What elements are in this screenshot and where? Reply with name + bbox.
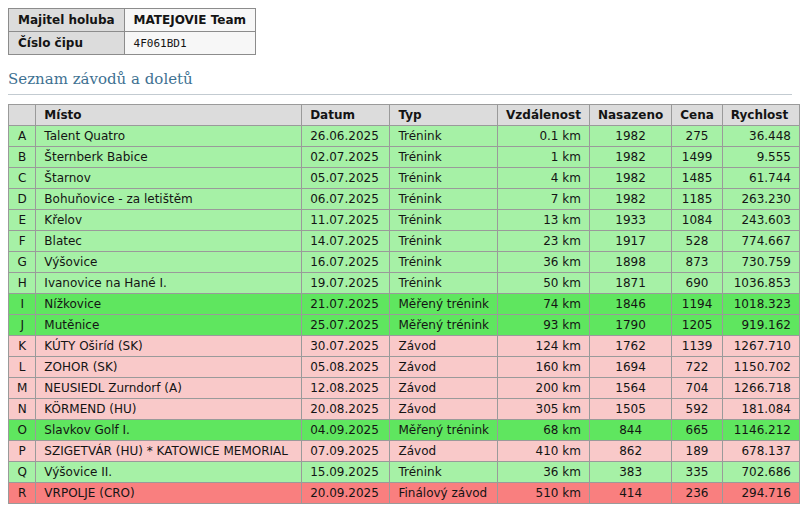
header-letter — [9, 105, 36, 126]
cell-nasazeno: 1762 — [589, 336, 671, 357]
cell-datum: 21.07.2025 — [302, 294, 390, 315]
row-letter: K — [9, 336, 36, 357]
owner-row: Majitel holuba MATEJOVIE Team — [9, 9, 256, 32]
cell-rychlost: 919.162 — [722, 315, 799, 336]
cell-vzdalenost: 68 km — [498, 420, 590, 441]
cell-datum: 25.07.2025 — [302, 315, 390, 336]
cell-typ: Trénink — [390, 462, 498, 483]
owner-info-table: Majitel holuba MATEJOVIE Team Číslo čipu… — [8, 8, 256, 55]
cell-nasazeno: 1982 — [589, 126, 671, 147]
cell-typ: Trénink — [390, 168, 498, 189]
cell-datum: 05.08.2025 — [302, 357, 390, 378]
cell-nasazeno: 1982 — [589, 189, 671, 210]
cell-vzdalenost: 36 km — [498, 252, 590, 273]
row-letter: C — [9, 168, 36, 189]
cell-rychlost: 181.084 — [722, 399, 799, 420]
table-row: LZOHOR (SK)05.08.2025Závod160 km16947221… — [9, 357, 800, 378]
cell-nasazeno: 1898 — [589, 252, 671, 273]
cell-datum: 05.07.2025 — [302, 168, 390, 189]
cell-nasazeno: 1694 — [589, 357, 671, 378]
cell-cena: 704 — [672, 378, 723, 399]
cell-datum: 02.07.2025 — [302, 147, 390, 168]
cell-datum: 06.07.2025 — [302, 189, 390, 210]
table-row: FBlatec14.07.2025Trénink23 km1917528774.… — [9, 231, 800, 252]
cell-typ: Trénink — [390, 210, 498, 231]
header-typ: Typ — [390, 105, 498, 126]
cell-rychlost: 243.603 — [722, 210, 799, 231]
cell-vzdalenost: 510 km — [498, 483, 590, 504]
cell-datum: 19.07.2025 — [302, 273, 390, 294]
cell-rychlost: 9.555 — [722, 147, 799, 168]
cell-typ: Trénink — [390, 126, 498, 147]
cell-rychlost: 1146.212 — [722, 420, 799, 441]
cell-rychlost: 294.716 — [722, 483, 799, 504]
row-letter: J — [9, 315, 36, 336]
cell-typ: Závod — [390, 357, 498, 378]
cell-vzdalenost: 23 km — [498, 231, 590, 252]
cell-cena: 1185 — [672, 189, 723, 210]
header-datum: Datum — [302, 105, 390, 126]
row-letter: D — [9, 189, 36, 210]
cell-vzdalenost: 4 km — [498, 168, 590, 189]
table-row: NKÖRMEND (HU)20.08.2025Závod305 km150559… — [9, 399, 800, 420]
cell-nasazeno: 1982 — [589, 147, 671, 168]
cell-vzdalenost: 36 km — [498, 462, 590, 483]
cell-vzdalenost: 74 km — [498, 294, 590, 315]
cell-typ: Trénink — [390, 252, 498, 273]
header-misto: Místo — [36, 105, 302, 126]
cell-misto: Talent Quatro — [36, 126, 302, 147]
cell-datum: 15.09.2025 — [302, 462, 390, 483]
cell-vzdalenost: 0.1 km — [498, 126, 590, 147]
header-nasazeno: Nasazeno — [589, 105, 671, 126]
cell-misto: SZIGETVÁR (HU) * KATOWICE MEMORIAL — [36, 441, 302, 462]
row-letter: H — [9, 273, 36, 294]
table-header-row: Místo Datum Typ Vzdálenost Nasazeno Cena… — [9, 105, 800, 126]
cell-rychlost: 1266.718 — [722, 378, 799, 399]
cell-vzdalenost: 93 km — [498, 315, 590, 336]
table-row: PSZIGETVÁR (HU) * KATOWICE MEMORIAL07.09… — [9, 441, 800, 462]
cell-misto: VRPOLJE (CRO) — [36, 483, 302, 504]
cell-cena: 665 — [672, 420, 723, 441]
cell-nasazeno: 1982 — [589, 168, 671, 189]
cell-vzdalenost: 410 km — [498, 441, 590, 462]
table-row: GVýšovice16.07.2025Trénink36 km189887373… — [9, 252, 800, 273]
table-row: KKÚTY Oširíd (SK)30.07.2025Závod124 km17… — [9, 336, 800, 357]
cell-typ: Měřený trénink — [390, 420, 498, 441]
cell-nasazeno: 1790 — [589, 315, 671, 336]
cell-cena: 189 — [672, 441, 723, 462]
cell-nasazeno: 414 — [589, 483, 671, 504]
cell-cena: 1205 — [672, 315, 723, 336]
table-row: BŠternberk Babice02.07.2025Trénink1 km19… — [9, 147, 800, 168]
cell-rychlost: 702.686 — [722, 462, 799, 483]
table-row: ATalent Quatro26.06.2025Trénink0.1 km198… — [9, 126, 800, 147]
table-row: QVýšovice II.15.09.2025Trénink36 km38333… — [9, 462, 800, 483]
cell-typ: Měřený trénink — [390, 315, 498, 336]
cell-datum: 14.07.2025 — [302, 231, 390, 252]
cell-vzdalenost: 50 km — [498, 273, 590, 294]
cell-typ: Měřený trénink — [390, 294, 498, 315]
cell-vzdalenost: 305 km — [498, 399, 590, 420]
race-results-table: Místo Datum Typ Vzdálenost Nasazeno Cena… — [8, 104, 800, 504]
cell-rychlost: 1150.702 — [722, 357, 799, 378]
cell-typ: Trénink — [390, 231, 498, 252]
cell-misto: Mutěnice — [36, 315, 302, 336]
page-title: Seznam závodů a doletů — [8, 70, 792, 95]
row-letter: N — [9, 399, 36, 420]
cell-datum: 26.06.2025 — [302, 126, 390, 147]
header-vzdalenost: Vzdálenost — [498, 105, 590, 126]
row-letter: O — [9, 420, 36, 441]
cell-nasazeno: 1505 — [589, 399, 671, 420]
cell-vzdalenost: 7 km — [498, 189, 590, 210]
cell-misto: Nížkovice — [36, 294, 302, 315]
cell-rychlost: 1018.323 — [722, 294, 799, 315]
cell-misto: Výšovice II. — [36, 462, 302, 483]
cell-datum: 07.09.2025 — [302, 441, 390, 462]
row-letter: M — [9, 378, 36, 399]
row-letter: P — [9, 441, 36, 462]
cell-vzdalenost: 124 km — [498, 336, 590, 357]
cell-cena: 1139 — [672, 336, 723, 357]
cell-cena: 528 — [672, 231, 723, 252]
cell-datum: 30.07.2025 — [302, 336, 390, 357]
cell-cena: 592 — [672, 399, 723, 420]
cell-misto: KÚTY Oširíd (SK) — [36, 336, 302, 357]
